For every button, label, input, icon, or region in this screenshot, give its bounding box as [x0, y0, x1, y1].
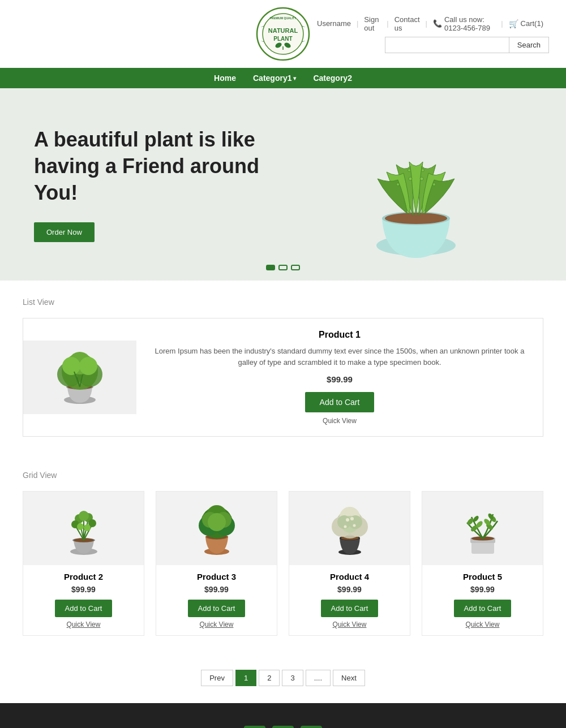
header-top: PREMIUM QUALITY NATURAL PLANT Username |…	[0, 0, 566, 68]
header-right: Username | Sign out | Contact us | 📞 Cal…	[311, 15, 549, 53]
page-2-button[interactable]: 2	[259, 670, 280, 686]
header: PREMIUM QUALITY NATURAL PLANT Username |…	[0, 0, 566, 88]
prev-page-button[interactable]: Prev	[201, 670, 233, 686]
grid-add-to-cart-3-button[interactable]: Add to Cart	[321, 600, 379, 617]
hero-title: A beautiful plant is like having a Frien…	[34, 127, 266, 206]
grid-view-label: Grid View	[23, 471, 543, 480]
grid-view-section: Grid View	[0, 454, 566, 653]
hero-dots	[266, 265, 300, 270]
grid-item-4: Product 5 $99.99 Add to Cart Quick View	[422, 491, 543, 636]
grid-product-1-price: $99.99	[23, 585, 144, 594]
svg-point-42	[77, 523, 84, 530]
hero-plant-image	[337, 105, 495, 275]
search-input[interactable]	[385, 37, 509, 53]
list-product-title: Product 1	[153, 330, 526, 340]
grid-item-1: Product 2 $99.99 Add to Cart Quick View	[23, 491, 144, 636]
list-plant-svg	[46, 346, 114, 408]
facebook-button[interactable]: f	[244, 726, 265, 728]
phone-icon: 📞	[433, 19, 442, 28]
grid-item-3-image	[289, 492, 410, 565]
list-view-label: List View	[23, 298, 543, 307]
grid-product-3-price: $99.99	[289, 585, 410, 594]
grid-quick-view-1-link[interactable]: Quick View	[23, 621, 144, 628]
svg-point-43	[84, 524, 91, 531]
next-page-button[interactable]: Next	[333, 670, 365, 686]
phone-link[interactable]: 📞 Call us now: 0123-456-789	[427, 15, 501, 32]
svg-point-65	[350, 517, 354, 520]
svg-text:PREMIUM QUALITY: PREMIUM QUALITY	[270, 16, 297, 20]
svg-point-53	[208, 513, 226, 531]
hero-text: A beautiful plant is like having a Frien…	[0, 104, 300, 264]
grid-add-to-cart-4-button[interactable]: Add to Cart	[454, 600, 512, 617]
svg-point-63	[349, 515, 362, 529]
grid-quick-view-4-link[interactable]: Quick View	[422, 621, 543, 628]
grid-item-4-image	[422, 492, 543, 565]
dot-2[interactable]	[278, 265, 288, 270]
page-ellipsis-button[interactable]: ....	[306, 670, 331, 686]
logo-svg: PREMIUM QUALITY NATURAL PLANT	[255, 6, 311, 62]
footer-social: f t in	[0, 726, 566, 728]
svg-text:PLANT: PLANT	[273, 36, 292, 42]
grid-item-2-image	[156, 492, 277, 565]
grid-plant-2-svg	[188, 497, 245, 559]
nav-category2[interactable]: Category2	[313, 74, 351, 83]
grid-add-to-cart-2-button[interactable]: Add to Cart	[188, 600, 246, 617]
grid-product-3-title: Product 4	[289, 572, 410, 581]
dot-3[interactable]	[291, 265, 300, 270]
svg-point-64	[346, 518, 349, 522]
nav-bar: Home Category1 ▾ Category2	[0, 68, 566, 88]
hero-image-area	[300, 94, 566, 275]
grid-product-2-price: $99.99	[156, 585, 277, 594]
svg-point-66	[344, 525, 346, 528]
cart-link[interactable]: 🛒 Cart(1)	[503, 19, 549, 28]
svg-point-67	[353, 524, 355, 527]
footer: f t in Prestashop Theme Designed With Te…	[0, 703, 566, 728]
grid-quick-view-2-link[interactable]: Quick View	[156, 621, 277, 628]
list-view-section: List View	[0, 281, 566, 454]
grid-product-1-title: Product 2	[23, 572, 144, 581]
grid-product-4-price: $99.99	[422, 585, 543, 594]
linkedin-button[interactable]: in	[301, 726, 322, 728]
search-button[interactable]: Search	[509, 37, 549, 53]
list-product-price: $99.99	[153, 374, 526, 384]
logo: PREMIUM QUALITY NATURAL PLANT	[255, 6, 311, 62]
order-now-button[interactable]: Order Now	[34, 222, 95, 242]
contact-link[interactable]: Contact us	[389, 15, 426, 32]
page-3-button[interactable]: 3	[282, 670, 303, 686]
username-link[interactable]: Username	[311, 19, 357, 28]
page-1-button[interactable]: 1	[235, 670, 256, 686]
grid-product-4-title: Product 5	[422, 572, 543, 581]
svg-point-25	[79, 357, 97, 375]
grid-item-2: Product 3 $99.99 Add to Cart Quick View	[156, 491, 277, 636]
dot-1[interactable]	[266, 265, 275, 270]
grid-plant-4-svg	[454, 497, 511, 559]
nav-category1[interactable]: Category1 ▾	[253, 74, 296, 83]
svg-point-15	[397, 183, 400, 186]
pagination: Prev 1 2 3 .... Next	[0, 653, 566, 703]
sign-out-link[interactable]: Sign out	[358, 15, 387, 32]
nav-home[interactable]: Home	[214, 74, 236, 83]
list-add-to-cart-button[interactable]: Add to Cart	[305, 392, 375, 412]
list-item: Product 1 Lorem Ipsum has been the indus…	[23, 318, 543, 437]
cart-icon: 🛒	[509, 19, 518, 28]
grid-add-to-cart-1-button[interactable]: Add to Cart	[55, 600, 113, 617]
svg-point-16	[433, 183, 436, 186]
svg-text:NATURAL: NATURAL	[268, 27, 298, 34]
grid-item-3: Product 4 $99.99 Add to Cart Quick View	[289, 491, 410, 636]
twitter-button[interactable]: t	[272, 726, 294, 728]
grid-product-2-title: Product 3	[156, 572, 277, 581]
grid-view: Product 2 $99.99 Add to Cart Quick View	[23, 491, 543, 636]
list-quick-view-link[interactable]: Quick View	[153, 417, 526, 425]
search-bar: Search	[385, 37, 549, 53]
svg-point-41	[79, 511, 89, 521]
grid-plant-1-svg	[55, 497, 112, 559]
header-links: Username | Sign out | Contact us | 📞 Cal…	[311, 15, 549, 32]
chevron-down-icon: ▾	[293, 75, 296, 81]
grid-plant-3-svg	[321, 497, 378, 559]
grid-quick-view-3-link[interactable]: Quick View	[289, 621, 410, 628]
svg-point-14	[422, 169, 424, 172]
svg-point-12	[408, 169, 411, 172]
list-product-desc: Lorem Ipsum has been the industry's stan…	[153, 346, 526, 368]
svg-point-13	[420, 177, 423, 180]
grid-item-1-image	[23, 492, 144, 565]
